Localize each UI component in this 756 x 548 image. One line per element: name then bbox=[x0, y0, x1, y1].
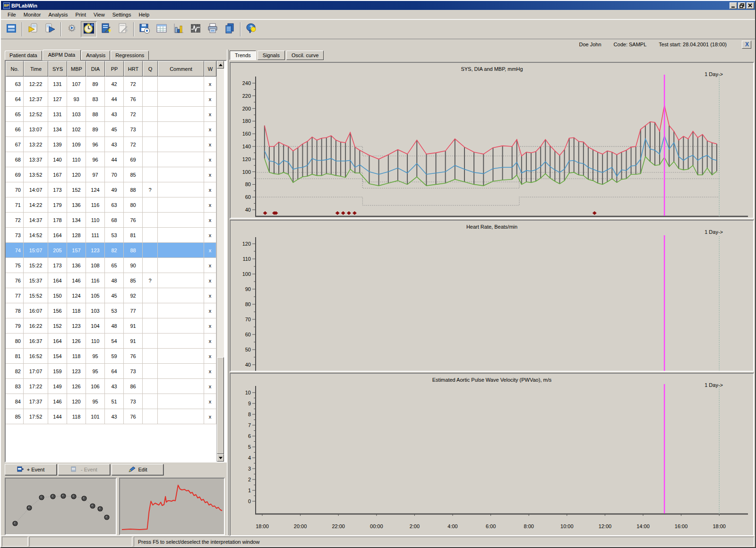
column-header-comment[interactable]: Comment bbox=[158, 61, 204, 77]
table-cell[interactable]: 93 bbox=[67, 92, 86, 107]
table-cell[interactable]: 12:52 bbox=[24, 107, 48, 122]
table-cell[interactable] bbox=[143, 349, 158, 364]
table-cell[interactable]: 88 bbox=[124, 243, 143, 258]
table-cell[interactable]: 173 bbox=[48, 182, 67, 197]
table-row[interactable]: 7916:221521231044891x bbox=[6, 318, 216, 334]
table-cell[interactable] bbox=[158, 409, 204, 424]
table-row[interactable]: 8016:371641261105491x bbox=[6, 334, 216, 349]
table-row[interactable]: 8217:07159123956473x bbox=[6, 364, 216, 379]
table-cell[interactable]: 76 bbox=[124, 349, 143, 364]
scroll-down-button[interactable] bbox=[217, 454, 224, 462]
table-cell[interactable]: 81 bbox=[124, 228, 143, 243]
menu-view[interactable]: View bbox=[90, 10, 109, 19]
table-cell[interactable]: 101 bbox=[86, 409, 105, 424]
table-cell[interactable]: 14:07 bbox=[24, 182, 48, 197]
table-cell[interactable] bbox=[158, 182, 204, 197]
print-button[interactable] bbox=[205, 21, 221, 37]
table-cell[interactable]: 84 bbox=[6, 394, 24, 409]
table-cell[interactable]: 72 bbox=[124, 137, 143, 152]
edit-button[interactable]: Edit bbox=[112, 464, 163, 475]
help-search-button[interactable]: ? bbox=[243, 21, 259, 37]
table-cell[interactable]: x bbox=[204, 394, 216, 409]
table-cell[interactable]: 92 bbox=[124, 288, 143, 303]
table-cell[interactable]: 13:52 bbox=[24, 167, 48, 182]
table-cell[interactable] bbox=[158, 137, 204, 152]
add-event-button[interactable]: + Event bbox=[5, 464, 57, 475]
table-cell[interactable]: 44 bbox=[105, 92, 124, 107]
table-cell[interactable]: 73 bbox=[124, 364, 143, 379]
table-cell[interactable]: 109 bbox=[67, 137, 86, 152]
schedule-stopwatch-button[interactable] bbox=[81, 21, 97, 37]
table-row[interactable]: 7114:221791361166380x bbox=[6, 197, 216, 213]
table-cell[interactable]: x bbox=[204, 77, 216, 92]
table-cell[interactable]: 63 bbox=[105, 197, 124, 213]
table-cell[interactable] bbox=[158, 152, 204, 167]
table-cell[interactable]: 13:22 bbox=[24, 137, 48, 152]
close-view-button[interactable]: X bbox=[742, 41, 751, 49]
column-header-sys[interactable]: SYS bbox=[48, 61, 67, 77]
table-cell[interactable]: 164 bbox=[48, 273, 67, 288]
table-cell[interactable]: 178 bbox=[48, 213, 67, 228]
table-cell[interactable]: 95 bbox=[86, 394, 105, 409]
table-cell[interactable]: 73 bbox=[6, 228, 24, 243]
table-cell[interactable]: 17:52 bbox=[24, 409, 48, 424]
table-cell[interactable]: x bbox=[204, 107, 216, 122]
table-cell[interactable]: 146 bbox=[48, 394, 67, 409]
table-cell[interactable]: 131 bbox=[48, 77, 67, 92]
table-cell[interactable] bbox=[158, 349, 204, 364]
table-cell[interactable]: 53 bbox=[105, 228, 124, 243]
table-cell[interactable]: 67 bbox=[6, 137, 24, 152]
menu-monitor[interactable]: Monitor bbox=[20, 10, 45, 19]
table-cell[interactable]: x bbox=[204, 228, 216, 243]
table-cell[interactable] bbox=[158, 318, 204, 334]
table-cell[interactable]: 43 bbox=[105, 379, 124, 394]
table-cell[interactable] bbox=[143, 364, 158, 379]
table-cell[interactable] bbox=[143, 77, 158, 92]
table-cell[interactable]: 16:07 bbox=[24, 303, 48, 318]
signals-button[interactable] bbox=[188, 21, 204, 37]
table-cell[interactable]: 127 bbox=[48, 92, 67, 107]
table-cell[interactable]: 118 bbox=[67, 303, 86, 318]
table-cell[interactable]: 107 bbox=[67, 77, 86, 92]
hr-trend-chart[interactable]: 405060708090100110120 bbox=[231, 221, 752, 371]
table-cell[interactable]: 167 bbox=[48, 167, 67, 182]
table-cell[interactable]: 70 bbox=[6, 182, 24, 197]
table-cell[interactable]: 156 bbox=[48, 303, 67, 318]
table-cell[interactable]: x bbox=[204, 258, 216, 273]
table-cell[interactable]: 48 bbox=[105, 273, 124, 288]
table-cell[interactable]: 134 bbox=[67, 213, 86, 228]
table-cell[interactable] bbox=[158, 303, 204, 318]
table-cell[interactable] bbox=[143, 258, 158, 273]
table-cell[interactable] bbox=[143, 197, 158, 213]
table-cell[interactable]: 49 bbox=[105, 182, 124, 197]
table-cell[interactable]: 12:22 bbox=[24, 77, 48, 92]
table-cell[interactable]: 85 bbox=[124, 273, 143, 288]
table-row[interactable]: 7415:072051571238288x bbox=[6, 243, 216, 258]
table-cell[interactable]: 116 bbox=[86, 197, 105, 213]
table-cell[interactable]: 95 bbox=[86, 349, 105, 364]
start-monitor-button[interactable] bbox=[25, 21, 41, 37]
table-cell[interactable]: 91 bbox=[124, 334, 143, 349]
table-cell[interactable]: 91 bbox=[124, 318, 143, 334]
table-row[interactable]: 6312:22131107894272x bbox=[6, 77, 216, 92]
table-row[interactable]: 6512:52131103884372x bbox=[6, 107, 216, 122]
histogram-button[interactable] bbox=[171, 21, 187, 37]
table-cell[interactable]: 110 bbox=[86, 334, 105, 349]
table-cell[interactable]: 45 bbox=[105, 122, 124, 137]
table-cell[interactable]: 80 bbox=[124, 197, 143, 213]
table-cell[interactable]: 13:07 bbox=[24, 122, 48, 137]
table-cell[interactable] bbox=[158, 379, 204, 394]
table-cell[interactable] bbox=[143, 409, 158, 424]
table-cell[interactable]: x bbox=[204, 409, 216, 424]
table-cell[interactable]: 110 bbox=[86, 213, 105, 228]
table-cell[interactable]: 14:22 bbox=[24, 197, 48, 213]
table-cell[interactable]: 82 bbox=[6, 364, 24, 379]
menu-print[interactable]: Print bbox=[71, 10, 90, 19]
table-cell[interactable] bbox=[158, 258, 204, 273]
table-cell[interactable]: 14:37 bbox=[24, 213, 48, 228]
table-cell[interactable]: 96 bbox=[86, 152, 105, 167]
table-cell[interactable] bbox=[158, 197, 204, 213]
column-header-time[interactable]: Time bbox=[24, 61, 48, 77]
table-cell[interactable]: 79 bbox=[6, 318, 24, 334]
pressure-signal-preview[interactable] bbox=[119, 478, 225, 535]
